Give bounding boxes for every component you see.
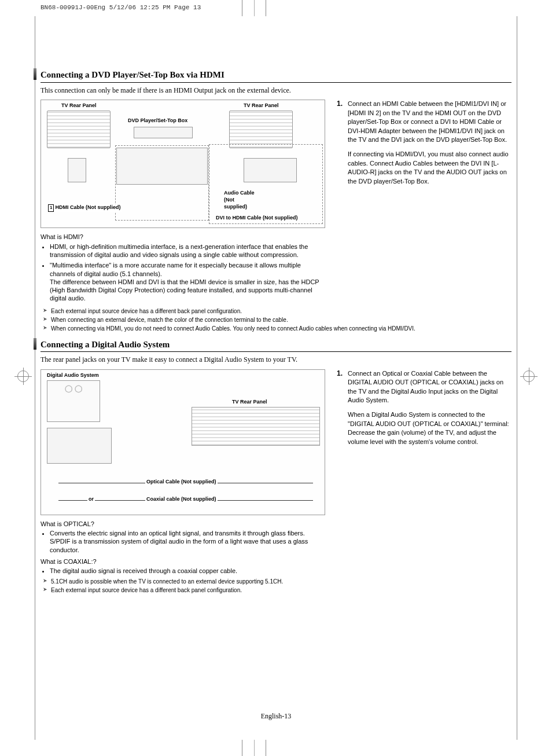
s1-note-3: When connecting via HDMI, you do not nee… [41, 325, 511, 332]
crop-mark-bottom [242, 740, 266, 756]
tv-panel-2-label: TV Rear Panel [244, 102, 279, 109]
tv-panel-2 [229, 111, 293, 148]
s1-note-1: Each external input source device has a … [41, 307, 511, 315]
dvd-zoom-dashed [115, 145, 209, 221]
dvi-group-dashed [209, 144, 323, 224]
tv-panel-1 [47, 111, 111, 148]
tv-panel-1-label: TV Rear Panel [61, 102, 97, 109]
hdmi-diagram: TV Rear Panel DVD Player/Set-Top Box TV … [41, 100, 325, 228]
audio-diagram: Digital Audio System TV Rear Panel Optic… [41, 369, 325, 515]
crop-mark-top [242, 0, 266, 16]
device-label: DVD Player/Set-Top Box [128, 118, 187, 124]
registration-mark-left [17, 370, 29, 382]
audio-system-label: Digital Audio System [47, 372, 99, 379]
registration-mark-right [523, 370, 535, 382]
or-label: or [87, 496, 95, 503]
print-header: BN68-00991J-00Eng 5/12/06 12:25 PM Page … [0, 0, 552, 12]
optical-cable-label: Optical Cable (Not supplied) [145, 479, 218, 486]
tv-panel-label-2: TV Rear Panel [232, 399, 267, 406]
hdmi-zoom [68, 158, 86, 182]
s1-note-2: When connecting an external device, matc… [41, 316, 511, 324]
section-1-notes: Each external input source device has a … [41, 307, 511, 332]
audio-rear-zoom [47, 428, 112, 464]
page-footer: English-13 [0, 712, 552, 721]
audio-system-box [47, 380, 100, 422]
tv-panel-3 [192, 407, 320, 446]
coax-cable-label: Coaxial cable (Not supplied) [145, 496, 218, 503]
section-1-title: Connecting a DVD Player/Set-Top Box via … [41, 69, 511, 83]
dvd-box [134, 127, 193, 138]
page: BN68-00991J-00Eng 5/12/06 12:25 PM Page … [0, 0, 552, 756]
s2-note-1: 5.1CH audio is possible when the TV is c… [41, 578, 325, 585]
section-2-title: Connecting a Digital Audio System [41, 339, 511, 353]
hdmi-cable-label: 1HDMI Cable (Not supplied) [47, 204, 122, 211]
s2-note-2: Each external input source device has a … [41, 586, 325, 594]
